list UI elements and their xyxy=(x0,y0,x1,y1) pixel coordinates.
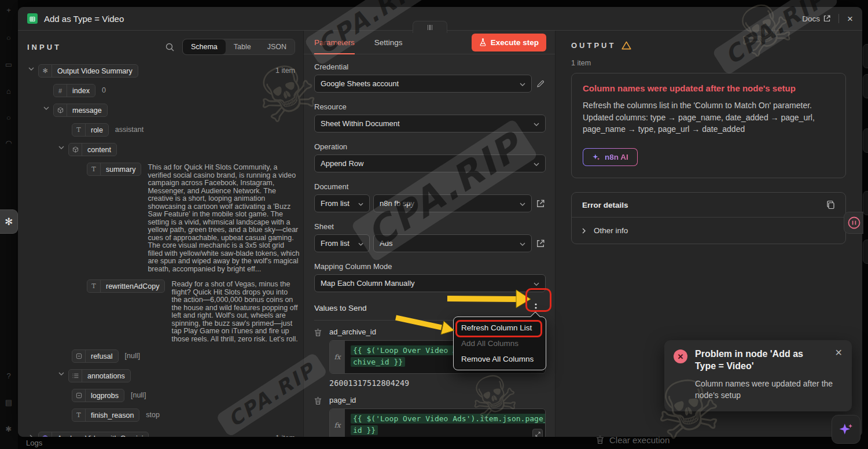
pause-execution-button[interactable] xyxy=(844,212,863,234)
node-title: Add as Type = Video xyxy=(44,14,124,24)
item-count: 1 item xyxy=(275,67,300,75)
tree-row-root[interactable]: ✻Output Video Summary 1 item xyxy=(27,64,300,78)
tree-label: refusal xyxy=(86,350,118,362)
sheet-mode-select[interactable]: From list xyxy=(314,234,370,252)
tree-row-index[interactable]: #index 0 xyxy=(27,84,300,97)
tree-row-message[interactable]: message xyxy=(27,104,300,117)
docs-link[interactable]: Docs xyxy=(802,14,830,23)
output-warning-card: Column names were updated after the node… xyxy=(571,73,846,178)
user-icon[interactable]: ○ xyxy=(4,113,13,122)
clear-execution-button[interactable]: Clear execution xyxy=(596,435,670,445)
app-stage: + ○ ▭ ⌂ ○ ◠ ? ▤ ✱ ✻ Logs Clear execution… xyxy=(0,0,868,449)
document-mode-select[interactable]: From list xyxy=(314,194,370,212)
warning-triangle-icon xyxy=(621,41,631,50)
openai-node-button[interactable]: ✻ xyxy=(0,209,18,234)
remove-field-button[interactable] xyxy=(314,396,329,437)
operation-select[interactable]: Append Row xyxy=(314,154,546,172)
canvas-node-fragment xyxy=(863,240,868,264)
view-mode-switch: Schema Table JSON xyxy=(182,39,295,55)
expression-input[interactable]: fx {{ $('Loop Over Video Ads').item.json… xyxy=(329,408,546,437)
n8n-ai-button[interactable]: n8n AI xyxy=(583,148,638,166)
home-icon[interactable]: ⌂ xyxy=(4,87,13,95)
object-cube-icon xyxy=(69,143,82,156)
menu-item-refresh-column-list[interactable]: Refresh Column List xyxy=(454,320,546,336)
expression-line: chive_id }} xyxy=(351,357,405,367)
tree-row-gemini-node[interactable]: Analyze Video with Gemini 1 item xyxy=(27,432,300,437)
document-value-select[interactable]: n8n fb spy xyxy=(373,194,532,212)
zoom-in-icon[interactable]: + xyxy=(4,6,13,14)
toast-body: Column names were updated after the node… xyxy=(695,378,843,402)
tree-label: logprobs xyxy=(86,389,124,402)
edit-credential-button[interactable] xyxy=(535,80,546,88)
chevron-down-icon[interactable] xyxy=(57,146,65,149)
parameters-panel: Parameters Settings Execute step Credent… xyxy=(304,31,556,437)
execute-step-button[interactable]: Execute step xyxy=(472,34,546,51)
credential-select[interactable]: Google Sheets account xyxy=(314,75,532,93)
resource-value: Sheet Within Document xyxy=(321,119,400,128)
search-icon[interactable] xyxy=(165,43,174,51)
operation-label: Operation xyxy=(314,142,546,151)
error-toast: ✕ Problem in node 'Add as Type = Video' … xyxy=(664,340,852,411)
expand-expression-button[interactable] xyxy=(532,429,543,437)
toast-close-button[interactable]: ✕ xyxy=(835,348,843,358)
settings-gear-icon[interactable]: ✱ xyxy=(4,425,13,433)
warning-title: Column names were updated after the node… xyxy=(583,83,834,93)
tree-row-role[interactable]: Trole assistant xyxy=(27,123,300,137)
tree-label: summary xyxy=(101,163,141,175)
tree-label: role xyxy=(86,124,108,136)
tree-row-refusal[interactable]: refusal [null] xyxy=(27,349,300,363)
tab-settings[interactable]: Settings xyxy=(374,31,403,54)
open-sheet-button[interactable] xyxy=(535,240,546,248)
document-mode-value: From list xyxy=(321,199,350,208)
mapping-mode-select[interactable]: Map Each Column Manually xyxy=(314,274,546,292)
open-document-button[interactable] xyxy=(535,200,546,208)
resource-label: Resource xyxy=(314,102,546,111)
chat-icon[interactable]: ◠ xyxy=(4,139,13,148)
header-divider xyxy=(838,14,839,23)
openai-logo-icon: ✻ xyxy=(5,216,13,228)
trash-icon xyxy=(314,397,322,405)
panel-drag-handle[interactable] xyxy=(413,21,447,33)
close-modal-button[interactable]: × xyxy=(847,14,853,24)
tree-value: [null] xyxy=(131,391,146,399)
operation-value: Append Row xyxy=(321,159,363,168)
fit-view-icon[interactable]: ▭ xyxy=(4,60,13,69)
docs-label: Docs xyxy=(802,14,820,23)
zoom-out-icon[interactable]: ○ xyxy=(4,34,13,42)
tab-parameters[interactable]: Parameters xyxy=(314,31,355,54)
tree-row-finish-reason[interactable]: Tfinish_reason stop xyxy=(27,408,300,422)
copy-icon[interactable] xyxy=(826,200,835,209)
chevron-down-icon[interactable] xyxy=(57,372,65,376)
help-icon[interactable]: ? xyxy=(4,371,13,380)
other-info-toggle[interactable]: Other info xyxy=(572,218,845,244)
chevron-down-icon[interactable] xyxy=(42,106,50,110)
external-link-icon xyxy=(536,200,545,208)
tree-row-rewrittenAdCopy[interactable]: TrewrittenAdCopy Ready for a shot of Veg… xyxy=(27,279,300,343)
openai-icon: ✻ xyxy=(39,65,52,77)
fx-badge: fx xyxy=(330,341,345,373)
chevron-down-icon[interactable] xyxy=(27,67,35,71)
tab-json[interactable]: JSON xyxy=(259,39,295,54)
tab-schema[interactable]: Schema xyxy=(183,39,226,54)
external-link-icon xyxy=(536,240,545,248)
tree-label: Output Video Summary xyxy=(52,65,138,77)
chevron-right-icon[interactable] xyxy=(27,435,35,437)
ai-assistant-button[interactable] xyxy=(832,415,860,444)
remove-field-button[interactable] xyxy=(314,327,329,388)
sheet-value-select[interactable]: Ads xyxy=(373,234,532,252)
logs-button[interactable]: Logs xyxy=(26,439,42,447)
text-icon: T xyxy=(72,124,86,136)
menu-item-remove-all-columns[interactable]: Remove All Columns xyxy=(454,351,546,367)
resource-select[interactable]: Sheet Within Document xyxy=(314,115,546,133)
tree-row-logprobs[interactable]: logprobs [null] xyxy=(27,389,300,402)
field-name: page_id xyxy=(329,396,546,404)
tab-table[interactable]: Table xyxy=(226,39,259,54)
tree-row-annotations[interactable]: annotations xyxy=(27,369,300,382)
tree-label: message xyxy=(67,104,107,116)
sheet-mode-value: From list xyxy=(321,239,350,248)
values-to-send-label: Values to Send xyxy=(314,304,367,312)
tree-row-content[interactable]: content xyxy=(27,143,300,156)
templates-icon[interactable]: ▤ xyxy=(4,398,13,407)
sheet-value: Ads xyxy=(380,239,392,248)
tree-row-summary[interactable]: Tsummary This ad for Quick Hit Slots Com… xyxy=(27,163,300,273)
